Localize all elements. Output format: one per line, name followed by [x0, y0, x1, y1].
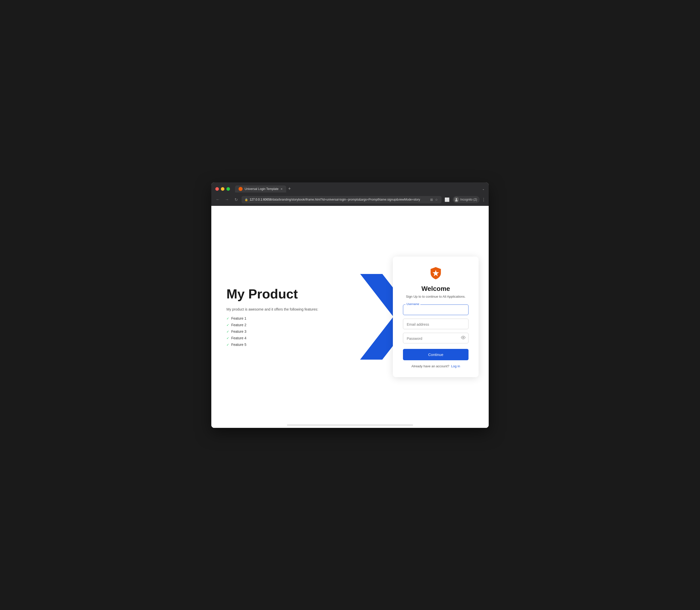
browser-chrome: Universal Login Template × + ⌄ ← → ↻ 🔒 1…: [211, 182, 489, 206]
browser-titlebar: Universal Login Template × + ⌄: [211, 182, 489, 194]
tab-bar: Universal Login Template × +: [235, 186, 479, 192]
svg-point-0: [239, 188, 242, 190]
list-item: ✓ Feature 4: [226, 336, 353, 340]
maximize-button[interactable]: [226, 187, 230, 191]
feature-label: Feature 1: [231, 316, 246, 320]
svg-point-2: [455, 200, 458, 201]
feature-label: Feature 2: [231, 323, 246, 327]
tab-label: Universal Login Template: [245, 187, 279, 191]
feature-label: Feature 3: [231, 330, 246, 334]
svg-point-4: [463, 337, 464, 338]
incognito-icon: [454, 197, 459, 202]
product-description: My product is awesome and it offers the …: [226, 307, 353, 311]
login-prompt-text: Already have an account?: [411, 364, 449, 368]
feature-label: Feature 5: [231, 342, 246, 347]
address-icons: ⊞ ☆: [430, 197, 439, 202]
address-host: 127.0.0.1:60658: [250, 198, 272, 201]
grid-icon[interactable]: ⊞: [430, 197, 434, 202]
feature-label: Feature 4: [231, 336, 246, 340]
incognito-label: Incognito (2): [460, 198, 477, 201]
continue-button[interactable]: Continue: [403, 349, 469, 360]
feature-list: ✓ Feature 1 ✓ Feature 2 ✓ Feature 3 ✓ Fe…: [226, 316, 353, 347]
lock-icon: 🔒: [245, 198, 248, 201]
product-section: My Product My product is awesome and it …: [211, 267, 368, 367]
address-text: 127.0.0.1:60658/data/branding/storybook/…: [250, 198, 428, 201]
forward-button[interactable]: →: [224, 196, 230, 203]
tab-chevron-icon: ⌄: [482, 187, 485, 191]
card-subtitle: Sign Up to to continue to All Applicatio…: [403, 295, 469, 299]
address-bar[interactable]: 🔒 127.0.0.1:60658/data/branding/storyboo…: [242, 196, 441, 203]
check-icon: ✓: [226, 323, 229, 327]
password-input[interactable]: [403, 333, 469, 343]
login-card: Welcome Sign Up to to continue to All Ap…: [393, 257, 478, 377]
login-prompt: Already have an account? Log in: [403, 364, 469, 368]
list-item: ✓ Feature 2: [226, 323, 353, 327]
email-input[interactable]: [403, 319, 469, 329]
card-title: Welcome: [403, 285, 469, 293]
cast-icon: ⬜: [444, 197, 450, 202]
list-item: ✓ Feature 1: [226, 316, 353, 320]
product-title: My Product: [226, 287, 353, 301]
tab-favicon: [239, 187, 243, 191]
page-inner: My Product My product is awesome and it …: [211, 206, 489, 428]
minimize-button[interactable]: [221, 187, 224, 191]
back-button[interactable]: ←: [214, 196, 222, 203]
password-field-group: [403, 333, 469, 343]
card-logo: [403, 267, 469, 280]
check-icon: ✓: [226, 336, 229, 340]
check-icon: ✓: [226, 317, 229, 320]
check-icon: ✓: [226, 330, 229, 334]
star-icon[interactable]: ☆: [435, 197, 439, 202]
username-input[interactable]: [403, 305, 469, 315]
browser-window: Universal Login Template × + ⌄ ← → ↻ 🔒 1…: [211, 182, 489, 428]
browser-addressbar: ← → ↻ 🔒 127.0.0.1:60658/data/branding/st…: [211, 194, 489, 206]
scrollbar: [287, 424, 413, 426]
refresh-button[interactable]: ↻: [232, 196, 240, 203]
check-icon: ✓: [226, 343, 229, 347]
svg-point-1: [456, 198, 457, 200]
close-button[interactable]: [215, 187, 219, 191]
brand-logo-icon: [429, 267, 442, 280]
tab-close-button[interactable]: ×: [281, 187, 283, 191]
login-section: Welcome Sign Up to to continue to All Ap…: [368, 206, 489, 428]
login-link[interactable]: Log in: [451, 364, 460, 368]
new-tab-button[interactable]: +: [288, 186, 291, 192]
browser-menu-button[interactable]: ⋮: [482, 197, 486, 202]
traffic-lights: [215, 187, 230, 191]
username-field-group: Username: [403, 305, 469, 315]
incognito-badge[interactable]: Incognito (2): [453, 196, 479, 203]
list-item: ✓ Feature 5: [226, 342, 353, 347]
list-item: ✓ Feature 3: [226, 330, 353, 334]
username-label: Username: [406, 303, 420, 305]
cast-button[interactable]: ⬜: [443, 196, 451, 203]
password-toggle-icon[interactable]: [461, 335, 466, 341]
browser-content: My Product My product is awesome and it …: [211, 206, 489, 428]
email-field-group: [403, 319, 469, 329]
active-tab[interactable]: Universal Login Template ×: [235, 186, 286, 192]
